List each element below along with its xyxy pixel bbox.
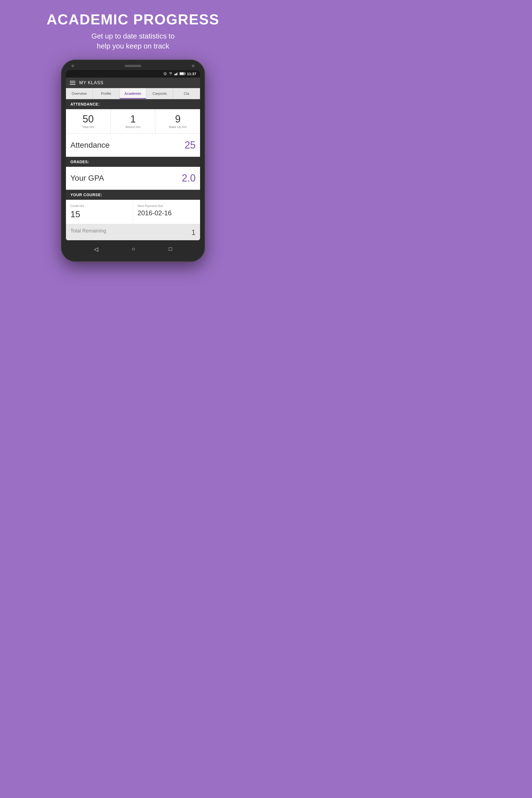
stat-total-hrs: 50 Total Hrs [66,109,111,134]
speaker [125,65,141,67]
recent-button[interactable]: □ [169,246,172,252]
attendance-summary-value: 25 [185,139,196,151]
app-bar: MY KLASS [66,78,200,88]
stat-total-number: 50 [68,114,108,124]
gpa-label: Your GPA [70,174,104,183]
partial-section: Total Remaining 1 [66,224,200,240]
status-icons: 11:37 [163,72,196,76]
hamburger-menu[interactable] [70,81,75,85]
course-info: Credit Hrs 15 Next Payment Due 2016-02-1… [66,200,200,224]
next-payment-value: 2016-02-16 [138,209,196,217]
svg-rect-9 [180,73,184,75]
battery-icon [179,72,186,75]
app-title: MY KLASS [79,80,103,86]
tab-profile[interactable]: Profile [93,88,120,99]
status-time: 11:37 [187,72,196,76]
stat-absent-number: 1 [113,114,153,124]
no-sim-icon [163,72,167,76]
next-payment-col: Next Payment Due 2016-02-16 [133,200,200,224]
phone-nav: ◁ ○ □ [66,241,200,257]
grades-header: GRADES: [66,157,200,167]
home-button[interactable]: ○ [132,246,135,252]
svg-rect-8 [185,73,185,75]
attendance-stats: 50 Total Hrs 1 Absent Hrs 9 Make Up Hrs [66,109,200,134]
phone-top [66,64,200,70]
back-button[interactable]: ◁ [94,246,98,252]
wifi-icon [169,72,173,75]
svg-rect-4 [175,74,176,75]
page-title: ACADEMIC PROGRESS [46,11,219,28]
svg-point-2 [170,75,171,75]
stat-makeup-hrs: 9 Make Up Hrs [155,109,200,134]
page-header: ACADEMIC PROGRESS Get up to date statist… [41,0,225,60]
signal-icon [174,72,178,75]
course-header: YOUR COURSE: [66,190,200,200]
phone-shell: 11:37 MY KLASS Overview Profile Academic… [61,60,205,262]
tab-carpools[interactable]: Carpools [146,88,173,99]
svg-rect-6 [177,72,178,75]
credit-hrs-value: 15 [70,209,129,220]
stat-total-label: Total Hrs [68,125,108,129]
tab-academic[interactable]: Academic [120,88,147,99]
svg-rect-3 [174,74,175,75]
credit-hrs-col: Credit Hrs 15 [66,200,133,224]
stat-absent-label: Absent Hrs [113,125,153,129]
stat-makeup-label: Make Up Hrs [158,125,198,129]
stat-absent-hrs: 1 Absent Hrs [111,109,156,134]
attendance-summary-label: Attendance [70,141,110,150]
next-payment-label: Next Payment Due [138,204,196,208]
gpa-value: 2.0 [182,172,196,184]
camera-right [192,64,194,67]
status-bar: 11:37 [66,70,200,78]
phone-screen: 11:37 MY KLASS Overview Profile Academic… [66,70,200,240]
stat-makeup-number: 9 [158,114,198,124]
tabs-bar: Overview Profile Academic Carpools Cla [66,88,200,99]
attendance-header: ATTENDANCE: [66,99,200,109]
tab-cla[interactable]: Cla [173,88,200,99]
camera-icon [72,64,74,67]
attendance-summary: Attendance 25 [66,134,200,157]
page-subtitle: Get up to date statistics tohelp you kee… [46,31,219,51]
svg-line-1 [164,73,166,75]
tab-overview[interactable]: Overview [66,88,93,99]
credit-hrs-label: Credit Hrs [70,204,129,208]
screen-content: ATTENDANCE: 50 Total Hrs 1 Absent Hrs 9 … [66,99,200,240]
svg-rect-5 [176,73,177,75]
gpa-row: Your GPA 2.0 [66,167,200,190]
